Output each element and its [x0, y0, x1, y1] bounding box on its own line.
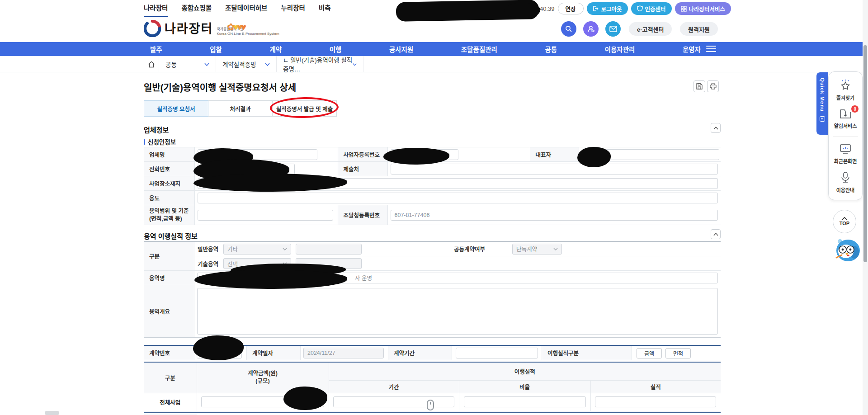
nav-item-gongsa-jiwon[interactable]: 공사지원: [389, 44, 413, 54]
print-button[interactable]: [707, 80, 719, 92]
top-menu-narajangteo[interactable]: 나라장터: [144, 0, 168, 17]
notification-badge: 0: [851, 105, 859, 113]
nav-item-jodal-pumjil[interactable]: 조달품질관리: [461, 44, 497, 54]
breadcrumb-home-button[interactable]: [144, 56, 159, 72]
breadcrumb-bar: [0, 56, 868, 72]
quick-menu-panel: 즐겨찾기 0 알림서비스 최근본화면 이용안내: [828, 71, 863, 200]
joint-contract-select[interactable]: 단독계약: [512, 244, 562, 255]
applicant-info-subtitle: 신청인정보: [144, 137, 176, 146]
tech-service-label: 기술용역: [198, 259, 218, 268]
svg-text:MY: MY: [591, 30, 595, 33]
total-ratio-input[interactable]: [464, 396, 586, 407]
save-button[interactable]: [693, 80, 705, 92]
redaction-top-account-info: [504, 3, 540, 18]
tab-processing-result[interactable]: 처리결과: [208, 100, 273, 117]
nav-item-user-mgmt[interactable]: 이용자관리: [605, 44, 635, 54]
hamburger-menu-icon[interactable]: [706, 46, 716, 52]
customer-center-button[interactable]: e-고객센터: [629, 22, 672, 36]
submit-to-input[interactable]: [391, 164, 718, 174]
phone-label: 전화번호: [144, 162, 194, 176]
quick-menu-user-guide[interactable]: 이용안내: [836, 171, 854, 193]
service-summary-label: 용역개요: [144, 285, 194, 337]
search-icon[interactable]: [561, 21, 576, 37]
top-menu: 나라장터 종합쇼핑몰 조달데이터허브 누리장터 비축: [144, 0, 331, 17]
page-title: 일반(기술)용역이행 실적증명요청서 상세: [144, 80, 296, 94]
redaction-total-amount: [283, 387, 327, 410]
site-logo[interactable]: 나라장터 국가종합전자조달 Korea ON-Line E-Procuremen…: [144, 20, 279, 38]
chevron-down-icon: [204, 63, 209, 66]
page-scrollbar-thumb[interactable]: [863, 45, 867, 262]
remote-support-button[interactable]: 원격지원: [680, 22, 718, 36]
chevron-down-icon: [353, 63, 357, 66]
amount-button[interactable]: 금액: [637, 348, 662, 358]
scope-label: 용역범위 및 기준 (면적,금액 등): [144, 205, 194, 225]
logout-icon: [593, 5, 599, 12]
top-menu-nurijangteo[interactable]: 누리장터: [281, 0, 305, 17]
table-col-period: 기간: [329, 380, 459, 393]
divider: [833, 136, 858, 137]
general-service-label: 일반용역: [198, 245, 218, 253]
tab-issue-and-submit[interactable]: 실적증명서 발급 및 제출: [272, 100, 337, 117]
table-col-ratio: 비율: [459, 380, 590, 393]
chevron-down-icon: [553, 248, 558, 250]
collapse-company-section-button[interactable]: [711, 123, 721, 133]
collapse-quick-menu-icon[interactable]: [820, 116, 825, 122]
chevron-down-icon: [283, 248, 287, 250]
next-table-stub: [144, 412, 721, 415]
top-menu-shopping-mall[interactable]: 종합쇼핑몰: [181, 0, 212, 17]
top-menu-stockpile[interactable]: 비축: [319, 0, 331, 17]
tab-certificate-request[interactable]: 실적증명 요청서: [144, 100, 208, 117]
shield-icon: [637, 5, 643, 12]
quick-menu-notifications[interactable]: 0 알림서비스: [834, 108, 857, 129]
contract-date-input[interactable]: 2024/11/27: [303, 348, 384, 358]
table-col-performance: 이행실적: [329, 362, 721, 380]
usage-input[interactable]: [198, 193, 718, 203]
service-name-label: 용역명: [144, 271, 194, 285]
joint-contract-label: 공동계약여부: [454, 245, 485, 253]
chevron-up-icon: [841, 217, 848, 221]
logo-title: 나라장터: [165, 20, 213, 38]
quick-menu-recent-screens[interactable]: 최근본화면: [834, 143, 857, 165]
ceo-label: 대표자: [530, 147, 579, 162]
submit-to-label: 제출처: [338, 162, 387, 176]
quick-menu-tab[interactable]: Quick Menu: [816, 72, 828, 135]
my-page-icon[interactable]: MY: [583, 21, 599, 37]
general-service-extra-input[interactable]: [296, 244, 362, 255]
breadcrumb-select-level3[interactable]: ㄴ 일반(기술)용역이행 실적증명…: [277, 56, 363, 72]
mail-icon[interactable]: [605, 21, 621, 37]
breadcrumb-select-level2[interactable]: 계약실적증명: [216, 56, 277, 72]
chatbot-mascot[interactable]: [831, 234, 863, 262]
nav-item-ihaeng[interactable]: 이행: [330, 44, 342, 54]
nav-item-gongtong[interactable]: 공통: [545, 44, 557, 54]
contract-period-input[interactable]: [456, 348, 538, 358]
redaction-address: [193, 174, 347, 192]
quick-menu-favorites[interactable]: 즐겨찾기: [836, 79, 854, 101]
area-button[interactable]: 면적: [665, 348, 691, 358]
nav-item-operator[interactable]: 운영자: [683, 44, 701, 54]
chevron-down-icon: [265, 63, 270, 66]
pps-reg-no-input[interactable]: 607-81-77406: [391, 210, 718, 221]
cert-center-button[interactable]: 인증센터: [631, 2, 672, 15]
service-performance-section-title: 용역 이행실적 정보: [144, 231, 198, 241]
total-result-input[interactable]: [595, 396, 716, 407]
microphone-icon: [840, 171, 851, 184]
nav-item-ipchal[interactable]: 입찰: [210, 44, 222, 54]
scope-input[interactable]: [198, 210, 333, 221]
general-service-select[interactable]: 기타: [223, 244, 291, 255]
logo-subtitle: 국가종합전자조달 Korea ON-Line E-Procurement Sys…: [217, 20, 279, 36]
contract-date-label: 계약일자: [246, 346, 301, 360]
total-period-input[interactable]: [333, 396, 454, 407]
extend-session-button[interactable]: 연장: [558, 3, 584, 14]
notification-tray-icon: [839, 108, 852, 120]
nav-item-balju[interactable]: 발주: [150, 44, 162, 54]
logout-button[interactable]: 로그아웃: [587, 2, 628, 15]
top-menu-data-hub[interactable]: 조달데이터허브: [225, 0, 267, 17]
nav-item-gyeyak[interactable]: 계약: [269, 44, 282, 54]
bottom-left-widget-stub: [45, 411, 59, 415]
scroll-to-top-button[interactable]: TOP: [833, 210, 856, 233]
services-button[interactable]: 나라장터서비스: [675, 2, 731, 15]
chevron-up-icon: [713, 233, 718, 236]
breadcrumb-select-level1[interactable]: 공동: [159, 56, 216, 72]
service-summary-textarea[interactable]: [197, 288, 718, 335]
collapse-service-section-button[interactable]: [711, 229, 721, 239]
